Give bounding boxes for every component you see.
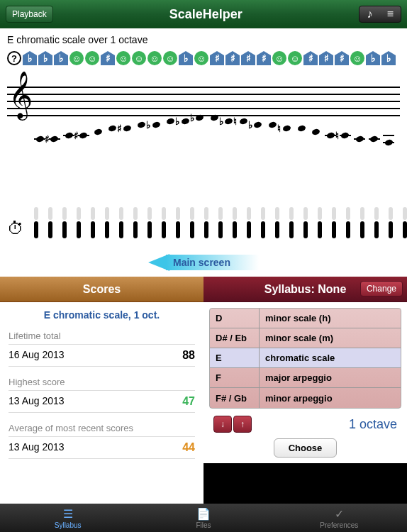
scale-area: E chromatic scale over 1 octave ?♭♭♭☺☺♯☺…: [0, 28, 407, 277]
sharp-badge: ♯: [101, 51, 115, 65]
metronome-tick: [216, 207, 225, 238]
staff-note: ♯: [79, 133, 88, 138]
staff-note: ♮: [283, 126, 291, 131]
help-icon: ?: [7, 51, 21, 65]
sharp-badge: ♯: [335, 51, 349, 65]
staff-note: ♭: [225, 118, 233, 124]
metronome-row: ⏱: [7, 207, 400, 238]
syllabus-type: minor scale (m): [260, 328, 401, 348]
staff-note: [108, 126, 117, 131]
app-title: ScaleHelper: [169, 7, 242, 22]
metronome-tick: [130, 207, 140, 238]
staff-note: ♭: [254, 122, 262, 128]
staff-note: [35, 136, 44, 142]
syllabus-key: D: [210, 309, 260, 328]
syllabus-table: Dminor scale (h)D# / Ebminor scale (m)Ec…: [209, 308, 401, 409]
accidental: ♭: [146, 119, 151, 131]
sharp-badge: ♯: [225, 51, 240, 65]
staff-area: 𝄞 ♯♯♯♭♭♭♭♮♭♮♮: [7, 87, 400, 172]
staff-note: [210, 115, 218, 121]
staff-note: [167, 118, 175, 124]
staff-note: [65, 133, 73, 138]
metronome-tick: [102, 207, 112, 238]
top-nav: Playback ScaleHelper ♪ ≡: [0, 0, 407, 28]
metronome-tick: [31, 207, 41, 238]
accidental: ♮: [335, 130, 339, 141]
check-icon: ✓: [335, 507, 344, 521]
tab-syllabus[interactable]: ☰ Syllabus: [0, 504, 135, 532]
metronome-icon: ⏱: [7, 218, 24, 238]
syllabus-row[interactable]: Echromatic scale: [210, 348, 401, 368]
treble-clef-icon: 𝄞: [9, 74, 33, 115]
metronome-tick: [329, 207, 339, 238]
ok-badge: ☺: [194, 51, 208, 65]
staff-note: ♭: [196, 115, 204, 121]
syllabus-row[interactable]: Dminor scale (h): [210, 309, 401, 328]
staff-note: ♭: [152, 122, 160, 128]
syllabus-header: Syllabus: None Change: [203, 277, 407, 302]
syllabus-row[interactable]: F# / Gbminor arpeggio: [210, 388, 401, 408]
syllabus-type: minor arpeggio: [260, 388, 401, 408]
highest-value: 47: [182, 395, 195, 408]
metronome-tick: [400, 207, 407, 238]
ok-badge: ☺: [116, 51, 130, 65]
staff-note: ♮: [341, 133, 350, 138]
up-button[interactable]: ↑: [233, 416, 252, 433]
flat-badge: ♭: [381, 51, 396, 65]
sharp-badge: ♯: [257, 51, 271, 65]
notes-on-staff: ♯♯♯♭♭♭♭♮♭♮♮: [35, 108, 393, 113]
flat-badge: ♭: [179, 51, 193, 65]
scale-title: E chromatic scale over 1 octave: [7, 34, 400, 45]
accidental: ♭: [219, 116, 224, 127]
note-mode-icon: ♪: [359, 8, 380, 21]
highest-date: 13 Aug 2013: [9, 395, 65, 408]
accidental: ♭: [175, 116, 180, 127]
down-button[interactable]: ↓: [213, 416, 232, 433]
bottom-panels: Scores E chromatic scale, 1 oct. Lifetim…: [0, 277, 407, 504]
tab-preferences[interactable]: ✓ Preferences: [272, 504, 407, 532]
syllabus-panel: Syllabus: None Change Dminor scale (h)D#…: [203, 277, 407, 504]
avg-row[interactable]: 13 Aug 2013 44: [9, 436, 195, 459]
tab-files[interactable]: 📄 Files: [135, 504, 271, 532]
staff-note: [355, 136, 364, 142]
metronome-tick: [286, 207, 296, 238]
metronome-tick: [45, 207, 55, 238]
metronome-tick: [258, 207, 268, 238]
choose-button[interactable]: Choose: [274, 438, 338, 458]
sharp-badge: ♯: [210, 51, 224, 65]
staff-note: [312, 129, 320, 135]
octave-label: 1 octave: [349, 417, 397, 432]
staff-note: [94, 129, 102, 135]
scores-panel: Scores E chromatic scale, 1 oct. Lifetim…: [0, 277, 203, 504]
syllabus-type: chromatic scale: [260, 348, 401, 367]
staff-note: [268, 122, 277, 128]
mode-toggle[interactable]: ♪ ≡: [359, 6, 401, 23]
flat-badge: ♭: [38, 51, 52, 65]
ok-badge: ☺: [350, 51, 364, 65]
staff-note: ♭: [181, 118, 189, 124]
syllabus-key: F# / Gb: [210, 388, 260, 408]
change-button[interactable]: Change: [360, 281, 403, 297]
metronome-tick: [187, 207, 197, 238]
highest-row[interactable]: 13 Aug 2013 47: [9, 390, 195, 413]
flat-badge: ♭: [366, 51, 380, 65]
accidental: ♮: [277, 123, 281, 134]
staff-note: [326, 133, 335, 138]
syllabus-row[interactable]: Fmajor arpeggio: [210, 368, 401, 388]
main-screen-indicator: Main screen: [148, 254, 259, 271]
syllabus-type: minor scale (h): [260, 309, 401, 328]
ok-badge: ☺: [163, 51, 177, 65]
syllabus-row[interactable]: D# / Ebminor scale (m): [210, 328, 401, 348]
scores-header: Scores: [0, 277, 203, 302]
playback-button[interactable]: Playback: [6, 6, 53, 23]
ok-badge: ☺: [272, 51, 286, 65]
metronome-tick: [315, 207, 325, 238]
staff-note: [384, 140, 393, 145]
lifetime-row[interactable]: 16 Aug 2013 88: [9, 344, 195, 367]
ok-badge: ☺: [288, 51, 302, 65]
file-icon: 📄: [196, 507, 211, 521]
flat-badge: ♭: [54, 51, 68, 65]
metronome-tick: [74, 207, 84, 238]
sharp-badge: ♯: [241, 51, 255, 65]
sharp-badge: ♯: [303, 51, 318, 65]
